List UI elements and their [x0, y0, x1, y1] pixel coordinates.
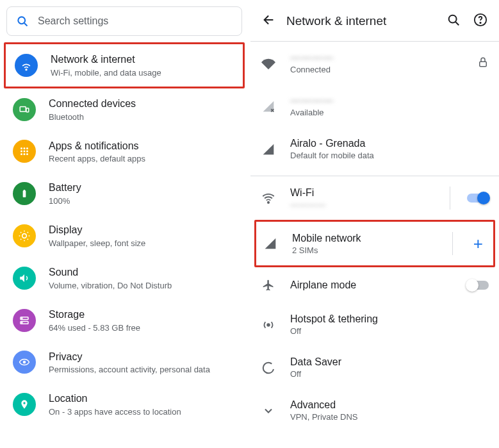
item-text: Wi-Fi ———— [290, 187, 436, 210]
help-icon [473, 13, 487, 27]
svg-point-6 [24, 147, 26, 149]
network-internet-panel: Network & internet ———— Connected ———— A… [250, 0, 499, 448]
highlight-network: Network & internet Wi-Fi, mobile, and da… [4, 42, 245, 88]
item-sub: 2 SIMs [292, 245, 438, 255]
item-text: ———— Connected [290, 52, 463, 74]
display-icon [13, 224, 36, 247]
item-title: Network & internet [51, 53, 233, 67]
svg-point-20 [22, 322, 22, 322]
svg-point-19 [22, 318, 22, 319]
item-sub: 64% used - 5.83 GB free [49, 323, 238, 333]
airplane-mode-toggle[interactable] [467, 281, 489, 290]
item-sub: Bluetooth [49, 112, 238, 122]
search-settings[interactable]: Search settings [6, 6, 242, 36]
item-sub-blurred: ———— [290, 200, 436, 210]
data-saver-row[interactable]: Data Saver Off [250, 346, 499, 389]
wifi-icon [15, 54, 38, 77]
svg-point-11 [20, 153, 22, 155]
data-saver-icon [261, 360, 276, 376]
svg-point-13 [26, 153, 28, 155]
item-title: Apps & notifications [49, 140, 238, 153]
airplane-mode-row[interactable]: Airplane mode [250, 267, 499, 303]
item-sub: 100% [49, 196, 238, 206]
page-title: Network & internet [286, 14, 436, 28]
item-sub: Wallpaper, sleep, font size [49, 238, 238, 248]
item-text: Storage 64% used - 5.83 GB free [49, 308, 238, 333]
settings-item-sound[interactable]: Sound Volume, vibration, Do Not Disturb [0, 257, 249, 299]
help-button[interactable] [471, 10, 490, 32]
network-row-airalo[interactable]: Airalo - Grenada Default for mobile data [250, 128, 499, 170]
item-title: Advanced [290, 399, 489, 411]
chevron-down-icon [261, 403, 276, 419]
item-title: Data Saver [290, 356, 489, 368]
location-icon [13, 393, 36, 416]
item-title: Mobile network [292, 233, 438, 244]
network-name-blurred: ———— [290, 52, 463, 63]
search-icon [16, 15, 29, 28]
item-text: Display Wallpaper, sleep, font size [49, 224, 238, 248]
item-text: Battery 100% [49, 181, 238, 206]
wifi-toggle[interactable] [467, 194, 489, 203]
item-text: Mobile network 2 SIMs [292, 233, 438, 255]
settings-item-apps[interactable]: Apps & notifications Recent apps, defaul… [0, 131, 249, 173]
item-sub: Off [290, 326, 489, 336]
svg-point-16 [22, 234, 27, 238]
apps-icon [13, 140, 36, 163]
svg-point-26 [480, 22, 480, 23]
hotspot-row[interactable]: Hotspot & tethering Off [250, 303, 499, 346]
settings-item-connected-devices[interactable]: Connected devices Bluetooth [0, 88, 249, 131]
item-sub: Volume, vibration, Do Not Disturb [49, 281, 238, 290]
network-row-signal-available[interactable]: ———— Available [250, 85, 499, 128]
svg-rect-14 [23, 191, 26, 198]
header-bar: Network & internet [250, 0, 499, 41]
item-text: Sound Volume, vibration, Do Not Disturb [49, 266, 238, 290]
svg-rect-4 [26, 108, 29, 112]
item-title: Hotspot & tethering [290, 313, 489, 325]
signal-icon [261, 142, 276, 157]
svg-point-9 [24, 151, 26, 153]
network-status: Default for mobile data [290, 151, 489, 160]
settings-item-display[interactable]: Display Wallpaper, sleep, font size [0, 215, 249, 257]
svg-point-2 [26, 69, 27, 71]
item-title: Battery [49, 181, 238, 195]
sound-icon [13, 267, 36, 290]
svg-line-24 [455, 22, 459, 25]
lock-icon [477, 56, 489, 71]
item-title: Privacy [49, 351, 238, 364]
network-status: Available [290, 108, 489, 117]
network-row-wifi-connected[interactable]: ———— Connected [250, 42, 499, 85]
settings-item-network[interactable]: Network & internet Wi-Fi, mobile, and da… [6, 44, 243, 87]
search-button[interactable] [444, 10, 463, 32]
item-sub: Off [290, 369, 489, 379]
item-text: Hotspot & tethering Off [290, 313, 489, 336]
network-status: Connected [290, 65, 463, 74]
settings-item-location[interactable]: Location On - 3 apps have access to loca… [0, 383, 249, 426]
search-placeholder: Search settings [38, 15, 108, 27]
svg-point-29 [267, 324, 270, 326]
hotspot-icon [261, 317, 276, 333]
highlight-mobile-network: Mobile network 2 SIMs + [254, 220, 495, 267]
item-text: Advanced VPN, Private DNS [290, 399, 489, 422]
svg-point-22 [23, 402, 25, 404]
signal-off-icon [261, 99, 276, 114]
item-text: ———— Available [290, 95, 489, 117]
battery-icon [13, 182, 36, 205]
item-title: Sound [49, 266, 238, 279]
advanced-row[interactable]: Advanced VPN, Private DNS [250, 389, 499, 432]
wifi-row[interactable]: Wi-Fi ———— [250, 176, 499, 220]
item-title: Airplane mode [290, 279, 453, 291]
svg-point-0 [18, 17, 25, 24]
svg-rect-15 [24, 190, 25, 191]
settings-item-privacy[interactable]: Privacy Permissions, account activity, p… [0, 342, 249, 384]
back-button[interactable] [259, 10, 279, 32]
network-name-blurred: ———— [290, 95, 489, 106]
add-sim-button[interactable]: + [470, 234, 487, 254]
divider [452, 232, 453, 255]
svg-point-21 [23, 361, 26, 364]
settings-item-battery[interactable]: Battery 100% [0, 172, 249, 215]
item-title: Storage [49, 308, 238, 322]
mobile-network-row[interactable]: Mobile network 2 SIMs + [256, 222, 493, 265]
airplane-icon [261, 278, 276, 293]
settings-item-storage[interactable]: Storage 64% used - 5.83 GB free [0, 299, 249, 342]
item-title: Location [49, 392, 238, 406]
